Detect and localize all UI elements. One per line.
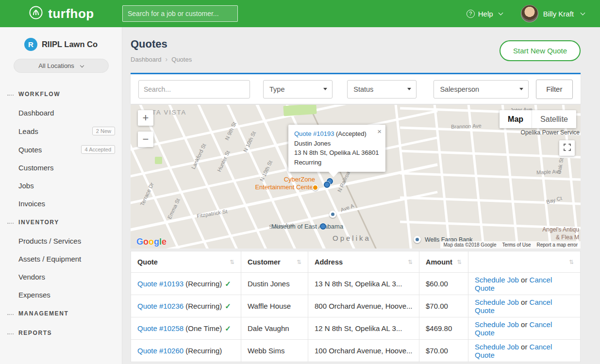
quotes-badge: 4 Accepted [81,145,115,154]
schedule-job-link[interactable]: Schedule Job [475,320,519,329]
quote-link[interactable]: Quote #10258 [137,324,183,332]
action-join: or [521,298,527,306]
sidebar-item-label: Customers [18,164,54,172]
quote-link[interactable]: Quote #10193 [137,280,183,288]
terms-of-use-link[interactable]: Terms of Use [502,242,531,248]
main-content: Quotes Dashboard › Quotes Start New Quot… [123,27,600,364]
sidebar-item-leads[interactable]: Leads 2 New [0,122,122,140]
quote-type: (One Time) [185,324,222,332]
schedule-job-link[interactable]: Schedule Job [475,298,519,306]
sort-icon[interactable]: ⇅ [569,259,574,265]
sidebar-item-jobs[interactable]: Jobs [0,177,122,195]
quote-map-marker[interactable] [324,182,330,188]
wells-fargo-poi-marker[interactable] [414,236,421,243]
page-title: Quotes [131,38,192,50]
map-park-area [155,157,162,164]
map-poi-label: CyberZoneEntertainment Center [250,176,315,192]
cyberzone-poi-marker[interactable] [312,184,318,191]
global-search-input[interactable] [122,5,238,22]
sidebar-item-label: Assets / Equipment [18,255,81,263]
google-logo[interactable]: Google [136,237,167,247]
salesperson-select[interactable]: Salesperson [433,80,528,99]
sort-icon[interactable]: ⇅ [230,259,234,265]
sidebar-item-quotes[interactable]: Quotes 4 Accepted [0,140,122,159]
column-header-address[interactable]: Address⇅ [308,251,419,273]
leads-badge: 2 New [92,127,115,135]
table-row: Quote #10258 (One Time)✓ Dale Vaughn 12 … [131,317,581,340]
type-select[interactable]: Type [263,80,333,99]
map-poi-line: & Flea M [556,234,579,241]
chevron-down-icon [498,11,503,16]
quote-link[interactable]: Quote #10260 [137,347,183,355]
sidebar-item-label: Dashboard [18,109,54,117]
schedule-job-link[interactable]: Schedule Job [475,343,519,351]
page-header: Quotes Dashboard › Quotes Start New Quot… [131,27,581,73]
status-select[interactable]: Status [347,80,417,99]
breadcrumb-dashboard[interactable]: Dashboard [131,56,162,63]
schedule-job-link[interactable]: Schedule Job [475,276,519,284]
quotes-search-input[interactable] [138,80,250,99]
close-icon[interactable]: × [377,126,382,137]
sidebar-item-products-services[interactable]: Products / Services [0,232,122,250]
map-label: Brannon Ave [451,123,482,130]
map-view-button[interactable]: Map [500,110,532,128]
map-label: Opelika Power Service [521,129,580,136]
brand-name: turfhop [48,6,94,21]
column-header-quote[interactable]: Quote⇅ [131,251,241,273]
zoom-out-button[interactable]: − [138,132,153,147]
table-header-row: Quote⇅ Customer⇅ Address⇅ Amount⇅ ⇅ [131,251,581,273]
report-map-error-link[interactable]: Report a map error [537,242,578,248]
sidebar-item-label: Products / Services [18,237,81,245]
filter-bar: Type Status Salesperson Filter [131,73,581,104]
amount-cell: $70.00 [419,340,468,362]
map-data-credit: Map data ©2018 Google [443,242,496,248]
info-window-title: Quote #10193 (Accepted) [294,129,380,139]
sidebar-item-vendors[interactable]: Vendors [0,268,122,286]
start-new-quote-button[interactable]: Start New Quote [500,40,581,61]
sidebar-item-invoices[interactable]: Invoices [0,195,122,213]
turfhop-logo-icon [28,5,44,22]
quote-map-marker[interactable] [320,223,326,230]
table-row: Quote #10236 (Recurring)✓ Waffle House 8… [131,295,581,317]
address-cell: 800 Orchard Avenue, Hoove... [308,295,419,317]
action-join: or [521,343,527,351]
fullscreen-button[interactable] [559,140,575,156]
info-quote-link[interactable]: Quote #10193 [294,130,334,137]
column-header-actions[interactable]: ⇅ [468,251,581,273]
help-menu[interactable]: ? Help [467,10,502,18]
quotes-map[interactable]: TA VISTA Jeter Ave Brannon Ave Opelika P… [131,105,581,248]
quote-link[interactable]: Quote #10236 [137,302,183,310]
map-poi-line: Angel's Antiqu [542,226,579,233]
customer-cell: Webb Sims [241,340,308,362]
company-header: R RIIPL Lawn Co [0,38,122,51]
column-header-amount[interactable]: Amount⇅ [419,251,468,273]
museum-poi-marker[interactable] [329,211,336,218]
map-label: TA VISTA [152,109,186,116]
quote-type: (Recurring) [185,347,222,355]
breadcrumb-current: Quotes [171,56,192,63]
sidebar-item-expenses[interactable]: Expenses [0,286,122,304]
map-city-label: Opelika [333,234,371,242]
filter-button[interactable]: Filter [536,80,573,99]
satellite-view-button[interactable]: Satellite [532,110,576,128]
map-poi-line: Entertainment Center [255,183,315,191]
map-road [400,149,581,159]
map-label: N 9th St [224,121,237,141]
sidebar-item-label: Jobs [18,182,34,190]
location-selector[interactable]: All Locations [14,59,109,73]
map-label: Oak St [556,157,565,174]
nav-section-reports[interactable]: REPORTS [0,323,122,343]
zoom-in-button[interactable]: + [138,110,153,126]
sort-icon[interactable]: ⇅ [297,259,301,265]
sidebar-item-dashboard[interactable]: Dashboard [0,104,122,122]
company-name: RIIPL Lawn Co [42,40,98,49]
sidebar-item-assets-equipment[interactable]: Assets / Equipment [0,250,122,268]
chevron-down-icon [80,63,84,67]
sidebar-item-customers[interactable]: Customers [0,159,122,177]
sort-icon[interactable]: ⇅ [457,259,462,265]
sort-icon[interactable]: ⇅ [408,259,413,265]
nav-section-management[interactable]: MANAGEMENT [0,304,122,323]
column-header-customer[interactable]: Customer⇅ [241,251,308,273]
brand-logo[interactable]: turfhop [0,5,122,22]
user-menu[interactable]: Billy Kraft [521,5,584,22]
